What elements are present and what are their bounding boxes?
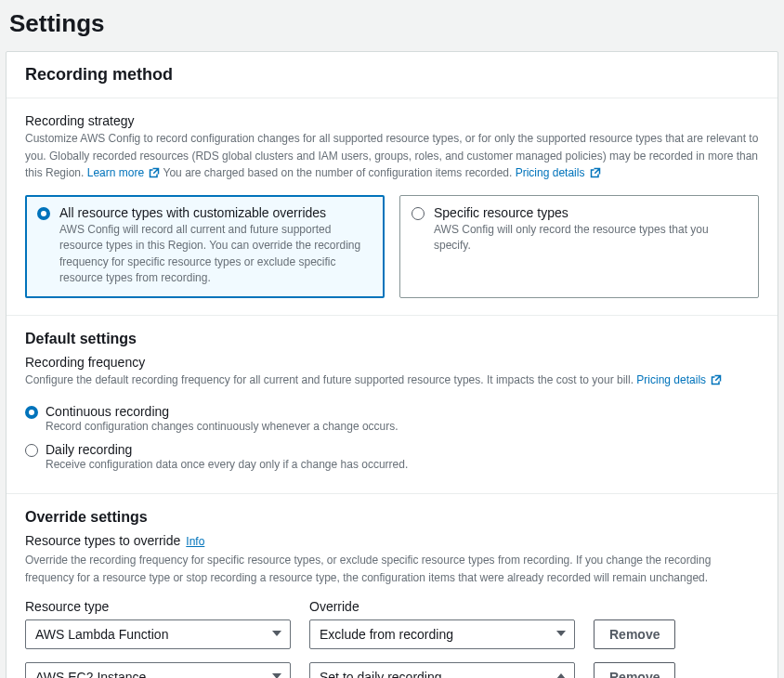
recording-strategy-section: Recording strategy Customize AWS Config … xyxy=(7,98,777,315)
override-row: AWS Lambda Function Exclude from recordi… xyxy=(25,619,759,649)
panel-header: Recording method xyxy=(7,52,777,98)
default-settings-section: Default settings Recording frequency Con… xyxy=(7,315,777,493)
recording-strategy-description: Customize AWS Config to record configura… xyxy=(25,130,759,184)
override-description: Override the recording frequency for spe… xyxy=(25,552,759,586)
freq-desc: Configure the default recording frequenc… xyxy=(25,373,636,386)
chevron-down-icon xyxy=(271,627,282,642)
info-link[interactable]: Info xyxy=(186,535,204,548)
resource-type-select[interactable]: AWS EC2 Instance xyxy=(25,662,291,678)
override-select[interactable]: Set to daily recording xyxy=(309,662,575,678)
col-resource-type-header: Resource type xyxy=(25,599,291,614)
resource-type-select[interactable]: AWS Lambda Function xyxy=(25,619,291,649)
resource-types-override-heading: Resource types to override xyxy=(25,533,180,548)
radio-icon xyxy=(25,444,38,457)
override-row: AWS EC2 Instance Set to daily recording … xyxy=(25,662,759,678)
remove-button[interactable]: Remove xyxy=(594,662,675,678)
override-column-headers: Resource type Override xyxy=(25,599,759,614)
recording-frequency-heading: Recording frequency xyxy=(25,355,759,370)
external-link-icon xyxy=(590,166,601,184)
tile-title: All resource types with customizable ove… xyxy=(59,205,372,220)
override-settings-section: Override settings Resource types to over… xyxy=(7,493,777,678)
recording-method-panel: Recording method Recording strategy Cust… xyxy=(6,51,778,678)
recording-frequency-radio-group: Continuous recording Record configuratio… xyxy=(25,400,759,476)
tile-all-resource-types[interactable]: All resource types with customizable ove… xyxy=(25,195,385,299)
tile-description: AWS Config will only record the resource… xyxy=(434,222,747,254)
radio-label: Continuous recording xyxy=(46,404,759,419)
pricing-details-link-2[interactable]: Pricing details xyxy=(636,373,722,386)
default-settings-heading: Default settings xyxy=(25,331,759,347)
radio-description: Record configuration changes continuousl… xyxy=(46,420,759,433)
page-title: Settings xyxy=(6,0,778,51)
col-override-header: Override xyxy=(309,599,575,614)
external-link-icon xyxy=(711,373,722,391)
radio-icon xyxy=(25,406,38,419)
tile-specific-resource-types[interactable]: Specific resource types AWS Config will … xyxy=(399,195,759,299)
learn-more-label: Learn more xyxy=(87,166,144,179)
radio-continuous-recording[interactable]: Continuous recording Record configuratio… xyxy=(25,400,759,438)
select-value: AWS Lambda Function xyxy=(35,627,168,642)
override-select[interactable]: Exclude from recording xyxy=(309,619,575,649)
radio-description: Receive configuration data once every da… xyxy=(46,458,759,471)
learn-more-link[interactable]: Learn more xyxy=(87,166,163,179)
recording-strategy-heading: Recording strategy xyxy=(25,113,759,128)
chevron-down-icon xyxy=(555,627,567,642)
select-value: Set to daily recording xyxy=(320,670,442,678)
remove-button[interactable]: Remove xyxy=(594,619,675,649)
external-link-icon xyxy=(149,166,160,184)
radio-icon xyxy=(412,207,425,220)
pricing-label: Pricing details xyxy=(516,166,585,179)
chevron-up-icon xyxy=(555,670,567,678)
select-value: Exclude from recording xyxy=(320,627,453,642)
radio-label: Daily recording xyxy=(46,442,759,457)
strategy-desc-2: You are charged based on the number of c… xyxy=(163,166,516,179)
tile-title: Specific resource types xyxy=(434,205,747,220)
strategy-tile-row: All resource types with customizable ove… xyxy=(25,195,759,299)
pricing-details-link[interactable]: Pricing details xyxy=(516,166,601,179)
chevron-down-icon xyxy=(271,670,282,678)
panel-title: Recording method xyxy=(25,65,759,85)
tile-description: AWS Config will record all current and f… xyxy=(59,222,372,287)
recording-frequency-description: Configure the default recording frequenc… xyxy=(25,372,759,391)
override-settings-heading: Override settings xyxy=(25,509,759,526)
radio-icon xyxy=(37,207,50,220)
pricing-label-2: Pricing details xyxy=(636,373,706,386)
select-value: AWS EC2 Instance xyxy=(35,670,146,678)
radio-daily-recording[interactable]: Daily recording Receive configuration da… xyxy=(25,438,759,476)
